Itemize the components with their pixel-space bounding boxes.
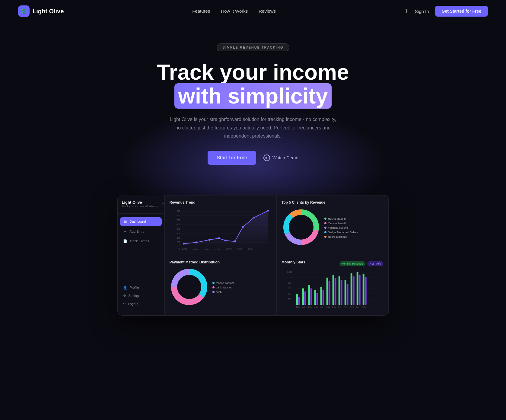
monthly-badges: Monthly Revenue Net Profit (339, 261, 383, 266)
svg-rect-68 (323, 290, 324, 305)
add-entry-icon: + (123, 230, 127, 233)
profile-icon: 👤 (123, 286, 127, 290)
legend-dot-4 (324, 231, 326, 233)
dashboard-icon: ▦ (123, 220, 127, 224)
svg-rect-67 (320, 287, 322, 305)
monthly-stats-title: Monthly Stats (282, 260, 305, 264)
svg-rect-80 (359, 275, 361, 305)
hero-actions: Start for Free ▶ Watch Demo (6, 151, 500, 165)
svg-text:Sep: Sep (332, 306, 336, 308)
svg-text:0: 0 (178, 247, 180, 250)
headline-line2: with simplicity (174, 83, 331, 109)
svg-text:20/01: 20/01 (193, 247, 198, 250)
top-clients-donut (282, 208, 321, 248)
svg-point-22 (218, 237, 220, 239)
sidebar-brand-sub: Track your income effortlessly (122, 205, 160, 208)
svg-point-27 (267, 210, 269, 212)
svg-rect-76 (347, 284, 348, 305)
payment-dot-1 (212, 282, 215, 284)
svg-text:200: 200 (288, 298, 291, 300)
track-entries-icon: 📄 (123, 239, 127, 243)
legend-item-3: Yasmine guesmi (324, 226, 358, 229)
monthly-revenue-badge[interactable]: Monthly Revenue (339, 261, 365, 266)
play-icon: ▶ (263, 154, 270, 161)
payment-legend-1: mobile transfer (212, 282, 234, 285)
get-started-button[interactable]: Get Started for Free (435, 6, 488, 17)
sidebar-item-track-entries[interactable]: 📄 Track Entries (120, 237, 162, 246)
settings-icon: ⚙ (123, 294, 126, 298)
nav-item-how-it-works[interactable]: How It Works (221, 8, 248, 14)
start-for-free-button[interactable]: Start for Free (208, 151, 256, 165)
sidebar-item-dashboard[interactable]: ▦ Dashboard (120, 217, 162, 226)
svg-text:600: 600 (288, 287, 291, 289)
sign-in-button[interactable]: Sign In (415, 9, 429, 14)
net-profit-badge[interactable]: Net Profit (367, 261, 383, 266)
legend-item-1: Hasna Trabelsi (324, 217, 358, 220)
svg-text:300: 300 (177, 237, 180, 239)
legend-item-2: Yassine ben Ali (324, 222, 358, 225)
sidebar: Light Olive Track your income effortless… (118, 195, 164, 315)
hero-headline: Track your income with simplicity (148, 60, 359, 108)
sidebar-item-logout[interactable]: ↪ Logout (120, 300, 162, 308)
svg-rect-61 (302, 288, 304, 305)
legend-item-4: Sadiya Mohamed Saleck (324, 231, 358, 234)
svg-point-24 (234, 240, 236, 242)
svg-rect-81 (363, 274, 364, 305)
svg-rect-66 (317, 293, 318, 305)
sidebar-item-settings[interactable]: ⚙ Settings (120, 292, 162, 300)
svg-text:0: 0 (289, 304, 290, 306)
payment-method-donut (170, 267, 209, 308)
svg-text:500: 500 (177, 228, 180, 230)
nav-item-reviews[interactable]: Reviews (259, 8, 276, 14)
payment-legend-3: cash (212, 291, 234, 294)
payment-legend-2: bank transfer (212, 286, 234, 289)
sidebar-collapse-icon[interactable]: « (162, 201, 164, 205)
theme-toggle-icon[interactable]: ✳ (404, 8, 409, 14)
svg-rect-79 (357, 272, 358, 305)
nav-item-features[interactable]: Features (192, 8, 210, 14)
svg-text:21/01: 21/01 (204, 247, 209, 250)
svg-text:Nov: Nov (344, 306, 348, 308)
top-clients-legend: Hasna Trabelsi Yassine ben Ali Yasmine g… (324, 217, 358, 238)
monthly-chart-container: 1,200 1,000 800 600 400 200 0 (282, 270, 383, 310)
watch-demo-button[interactable]: ▶ Watch Demo (263, 154, 298, 161)
svg-text:19/01: 19/01 (182, 247, 187, 250)
navbar: 💲 Light Olive Features How It Works Revi… (0, 0, 506, 22)
nav-actions: ✳ Sign In Get Started for Free (404, 6, 488, 17)
svg-rect-60 (298, 297, 300, 305)
revenue-trend-title: Revenue Trend (170, 200, 272, 205)
payment-dot-3 (212, 291, 215, 293)
svg-text:Jul: Jul (320, 306, 323, 308)
legend-item-5: Noura El Khazri (324, 235, 358, 238)
logout-icon: ↪ (123, 302, 126, 306)
svg-text:Jun: Jun (314, 306, 318, 308)
hero-section: SIMPLE REVENUE TRACKING Track your incom… (0, 22, 506, 195)
sidebar-item-profile[interactable]: 👤 Profile (120, 284, 162, 292)
brand-name: Light Olive (33, 8, 64, 15)
svg-text:Mar: Mar (296, 306, 300, 308)
svg-rect-62 (304, 291, 306, 305)
sidebar-header: Light Olive Track your income effortless… (118, 200, 164, 214)
svg-text:400: 400 (288, 293, 291, 295)
sidebar-footer: 👤 Profile ⚙ Settings ↪ Logout (118, 281, 164, 310)
svg-text:200: 200 (177, 241, 180, 243)
legend-dot-3 (324, 227, 326, 229)
svg-text:900: 900 (177, 210, 180, 212)
monthly-stats-panel: Monthly Stats Monthly Revenue Net Profit… (276, 255, 389, 315)
svg-text:Dec: Dec (350, 306, 354, 308)
svg-text:05/02: 05/02 (247, 247, 253, 250)
svg-text:31/01: 31/01 (236, 247, 242, 250)
svg-text:800: 800 (177, 214, 180, 217)
svg-rect-73 (339, 276, 340, 305)
payment-method-title: Payment Method Distribution (170, 260, 272, 264)
svg-text:700: 700 (177, 219, 180, 221)
sidebar-item-add-entry[interactable]: + Add Entry (120, 227, 162, 236)
payment-method-panel: Payment Method Distribution mo (164, 255, 277, 315)
svg-rect-59 (296, 294, 298, 305)
svg-text:400: 400 (177, 232, 180, 235)
payment-method-chart: mobile transfer bank transfer cash (170, 267, 272, 308)
hero-subtext: Light Olive is your straightforward solu… (169, 115, 338, 140)
svg-text:Aug: Aug (326, 306, 330, 308)
svg-rect-63 (308, 285, 310, 305)
dashboard-main: Revenue Trend 900 800 700 600 500 400 30… (164, 195, 389, 315)
